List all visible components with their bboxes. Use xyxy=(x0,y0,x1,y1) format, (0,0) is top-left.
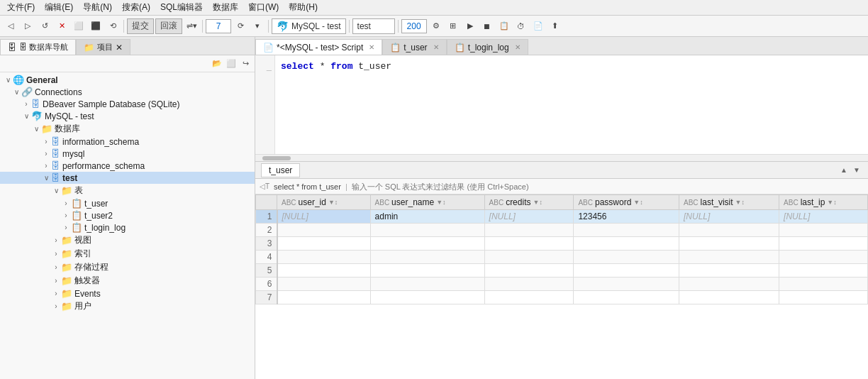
toolbar-btn-5[interactable]: ⬜ xyxy=(71,18,87,34)
cell-last_visit-1[interactable] xyxy=(679,224,779,237)
cell-credits-0[interactable]: [NULL] xyxy=(484,210,574,224)
cell-credits-1[interactable] xyxy=(484,224,574,237)
col-user-name[interactable]: ABC user_name ▼↕ xyxy=(370,195,484,210)
cell-user_name-1[interactable] xyxy=(370,224,484,237)
toolbar-btn-1[interactable]: ◁ xyxy=(3,18,18,34)
sql-text-area[interactable]: select * from t_user xyxy=(255,55,868,72)
col-credits[interactable]: ABC credits ▼↕ xyxy=(484,195,574,210)
cell-credits-6[interactable] xyxy=(484,291,574,304)
cell-user_id-4[interactable] xyxy=(277,264,371,278)
tree-t-user[interactable]: › 📋 t_user xyxy=(0,197,255,209)
tree-mysql[interactable]: ∨ 🐬 MySQL - test xyxy=(0,110,255,122)
tree-info-schema[interactable]: › 🗄 information_schema xyxy=(0,136,255,148)
plan-btn[interactable]: 📋 xyxy=(496,18,512,34)
cell-password-4[interactable] xyxy=(574,264,679,278)
stop-btn[interactable]: ⏹ xyxy=(479,18,495,34)
refresh-btn[interactable]: ⟳ xyxy=(233,18,248,34)
last-visit-sort-icon[interactable]: ▼↕ xyxy=(735,199,745,206)
cell-user_id-0[interactable]: [NULL] xyxy=(277,210,371,224)
filter-btn[interactable]: ⊞ xyxy=(445,18,461,34)
project-close-icon[interactable]: ✕ xyxy=(116,43,123,53)
menu-nav[interactable]: 导航(N) xyxy=(79,0,116,15)
cell-user_id-6[interactable] xyxy=(277,291,371,304)
cell-user_id-2[interactable] xyxy=(277,237,371,251)
arrow-down-btn[interactable]: ▾ xyxy=(250,18,265,34)
tree-perf-schema[interactable]: › 🗄 performance_schema xyxy=(0,160,255,172)
cell-last_visit-6[interactable] xyxy=(679,291,779,304)
t-login-log-tab-close[interactable]: ✕ xyxy=(515,43,521,51)
table-row[interactable]: 6 xyxy=(256,278,868,291)
tab-t-user[interactable]: 📋 t_user ✕ xyxy=(382,39,446,55)
result-arrow-down[interactable]: ▼ xyxy=(851,165,862,176)
tree-tables-folder[interactable]: ∨ 📁 表 xyxy=(0,184,255,197)
cell-last_ip-5[interactable] xyxy=(779,278,868,291)
sql-scrollbar[interactable] xyxy=(255,154,868,161)
table-row[interactable]: 2 xyxy=(256,224,868,237)
cell-last_ip-0[interactable]: [NULL] xyxy=(779,210,868,224)
menu-search[interactable]: 搜索(A) xyxy=(118,0,155,15)
sql-editor[interactable]: _ select * from t_user xyxy=(255,55,868,162)
toolbar-btn-4[interactable]: ✕ xyxy=(54,18,69,34)
toolbar-btn-7[interactable]: ⟲ xyxy=(105,18,121,34)
table-row[interactable]: 4 xyxy=(256,251,868,264)
password-sort-icon[interactable]: ▼↕ xyxy=(633,199,642,206)
cell-credits-3[interactable] xyxy=(484,251,574,264)
run-btn[interactable]: ▶ xyxy=(462,18,478,34)
cell-last_ip-6[interactable] xyxy=(779,291,868,304)
tree-connections[interactable]: ∨ 🔗 Connections xyxy=(0,86,255,98)
menu-window[interactable]: 窗口(W) xyxy=(244,0,283,15)
result-limit[interactable]: 200 xyxy=(401,19,427,33)
tree-triggers-folder[interactable]: › 📁 触发器 xyxy=(0,274,255,287)
col-last-visit[interactable]: ABC last_visit ▼↕ xyxy=(679,195,779,210)
cell-user_name-2[interactable] xyxy=(370,237,484,251)
format-btn[interactable]: 📄 xyxy=(530,18,546,34)
settings-btn[interactable]: ⚙ xyxy=(428,18,444,34)
col-last-ip[interactable]: ABC last_ip ▼↕ xyxy=(779,195,868,210)
cell-user_name-4[interactable] xyxy=(370,264,484,278)
tree-events-folder[interactable]: › 📁 Events xyxy=(0,287,255,300)
panel-btn-3[interactable]: ↪ xyxy=(239,57,252,70)
toolbar-btn-3[interactable]: ↺ xyxy=(37,18,52,34)
table-row[interactable]: 7 xyxy=(256,291,868,304)
cell-last_ip-3[interactable] xyxy=(779,251,868,264)
tree-indexes-folder[interactable]: › 📁 索引 xyxy=(0,247,255,260)
result-arrow-up[interactable]: ▲ xyxy=(838,165,850,176)
tab-t-login-log[interactable]: 📋 t_login_log ✕ xyxy=(447,39,528,55)
menu-db[interactable]: 数据库 xyxy=(208,0,243,15)
cell-last_ip-1[interactable] xyxy=(779,224,868,237)
cell-password-5[interactable] xyxy=(574,278,679,291)
tab-script[interactable]: 📄 *<MySQL - test> Script ✕ xyxy=(255,39,382,55)
rollback-btn[interactable]: 回滚 xyxy=(155,18,182,34)
tree-t-login-log[interactable]: › 📋 t_login_log xyxy=(0,221,255,234)
user-name-sort-icon[interactable]: ▼↕ xyxy=(436,199,445,206)
cell-last_ip-2[interactable] xyxy=(779,237,868,251)
cell-last_visit-5[interactable] xyxy=(679,278,779,291)
script-tab-close[interactable]: ✕ xyxy=(369,43,374,51)
menu-help[interactable]: 帮助(H) xyxy=(284,0,322,15)
toolbar-btn-6[interactable]: ⬛ xyxy=(88,18,104,34)
cell-password-2[interactable] xyxy=(574,237,679,251)
db-selector[interactable]: test xyxy=(352,18,395,34)
tree-test-schema[interactable]: ∨ 🗄 test xyxy=(0,172,255,184)
cell-user_name-3[interactable] xyxy=(370,251,484,264)
query-limit[interactable]: 7 xyxy=(206,19,231,33)
col-password[interactable]: ABC password ▼↕ xyxy=(574,195,679,210)
cell-user_name-0[interactable]: admin xyxy=(370,210,484,224)
tree-procedures-folder[interactable]: › 📁 存储过程 xyxy=(0,260,255,274)
user-id-sort-icon[interactable]: ▼↕ xyxy=(328,199,338,206)
cell-last_ip-4[interactable] xyxy=(779,264,868,278)
cell-last_visit-4[interactable] xyxy=(679,264,779,278)
tree-views-folder[interactable]: › 📁 视图 xyxy=(0,234,255,247)
connection-selector[interactable]: 🐬 MySQL - test xyxy=(272,18,346,34)
tree-t-user2[interactable]: › 📋 t_user2 xyxy=(0,209,255,221)
credits-sort-icon[interactable]: ▼↕ xyxy=(533,199,542,206)
menu-edit[interactable]: 编辑(E) xyxy=(40,0,77,15)
t-user-tab-close[interactable]: ✕ xyxy=(433,43,439,51)
tab-db-nav[interactable]: 🗄 🗄 数据库导航 xyxy=(0,39,76,55)
tree-databases-folder[interactable]: ∨ 📁 数据库 xyxy=(0,122,255,136)
cell-user_id-1[interactable] xyxy=(277,224,371,237)
panel-btn-1[interactable]: 📂 xyxy=(211,57,223,70)
cell-user_name-6[interactable] xyxy=(370,291,484,304)
cell-user_name-5[interactable] xyxy=(370,278,484,291)
col-user-id[interactable]: ABC user_id ▼↕ xyxy=(277,195,371,210)
